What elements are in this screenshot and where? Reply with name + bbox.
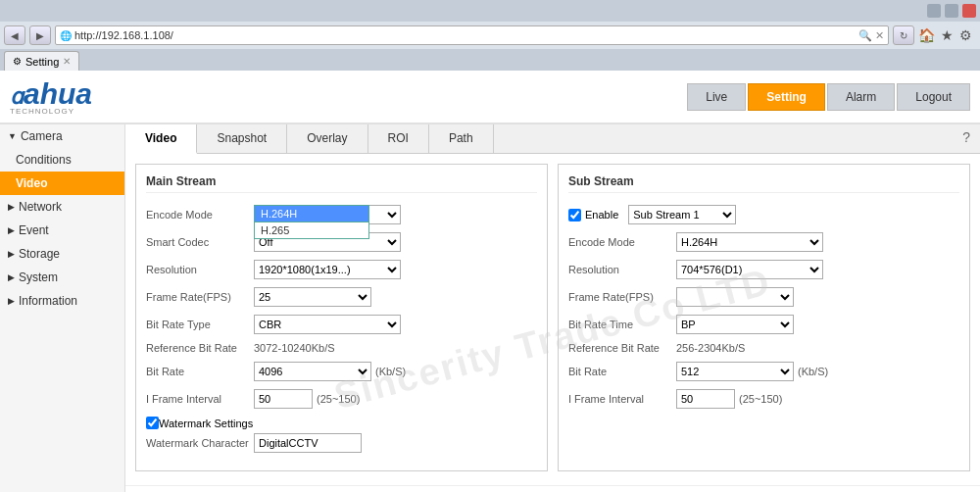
sidebar-header-network[interactable]: ▶ Network (0, 195, 124, 219)
tab-close-icon[interactable]: ✕ (63, 56, 71, 67)
resolution-select[interactable]: 1920*1080(1x19...) (254, 260, 401, 279)
sub-ref-bit-rate-label: Reference Bit Rate (568, 342, 676, 354)
watermark-char-row: Watermark Character (146, 433, 537, 453)
sub-bit-rate-unit: (Kb/S) (798, 366, 828, 377)
sub-ref-bit-rate-value: 256-2304Kb/S (676, 342, 745, 354)
sub-i-frame-label: I Frame Interval (568, 393, 676, 405)
enable-label: Enable (585, 209, 618, 221)
sidebar-label-network: Network (19, 200, 62, 214)
bit-rate-type-control: CBR VBR (254, 315, 537, 334)
sub-resolution-control: 704*576(D1) (676, 260, 959, 279)
sub-encode-mode-control: H.264H (676, 232, 959, 252)
tab-video[interactable]: Video (125, 124, 197, 154)
encode-mode-row: Encode Mode H.264H H.265 H.264H H.265 (146, 205, 537, 224)
nav-logout-btn[interactable]: Logout (897, 83, 970, 111)
i-frame-input[interactable] (254, 389, 313, 409)
forward-btn[interactable]: ▶ (29, 25, 51, 45)
bit-rate-type-label: Bit Rate Type (146, 319, 254, 330)
sidebar-header-camera[interactable]: ▼ Camera (0, 124, 124, 148)
sub-bit-rate-select[interactable]: 512 (676, 362, 794, 381)
address-icon: 🌐 (60, 30, 72, 41)
sub-encode-mode-select[interactable]: H.264H (676, 232, 823, 252)
main-stream-title: Main Stream (146, 174, 537, 193)
resolution-label: Resolution (146, 264, 254, 275)
sidebar-item-conditions[interactable]: Conditions (0, 148, 124, 172)
resolution-control: 1920*1080(1x19...) (254, 260, 537, 279)
browser-icons: 🏠 ★ ⚙ (918, 27, 976, 43)
sub-ref-bit-rate-row: Reference Bit Rate 256-2304Kb/S (568, 342, 959, 354)
sidebar-section-info: ▶ Information (0, 289, 124, 313)
nav-alarm-btn[interactable]: Alarm (827, 83, 895, 111)
sidebar-header-storage[interactable]: ▶ Storage (0, 242, 124, 266)
sidebar-label-info: Information (19, 294, 77, 308)
sub-resolution-row: Resolution 704*576(D1) (568, 260, 959, 279)
ref-bit-rate-row: Reference Bit Rate 3072-10240Kb/S (146, 342, 537, 354)
sub-resolution-select[interactable]: 704*576(D1) (676, 260, 823, 279)
sub-frame-rate-label: Frame Rate(FPS) (568, 291, 676, 303)
sidebar-header-event[interactable]: ▶ Event (0, 219, 124, 242)
sub-bit-rate-label: Bit Rate (568, 366, 676, 377)
browser-tab[interactable]: ⚙ Setting ✕ (4, 51, 79, 71)
sidebar-header-info[interactable]: ▶ Information (0, 289, 124, 313)
bit-rate-unit: (Kb/S) (375, 366, 406, 377)
minimize-btn[interactable] (927, 4, 941, 18)
bit-rate-type-row: Bit Rate Type CBR VBR (146, 315, 537, 334)
bit-rate-type-select[interactable]: CBR VBR (254, 315, 401, 334)
frame-rate-select[interactable]: 25 (254, 287, 371, 307)
watermark-checkbox[interactable] (146, 417, 159, 429)
enable-checkbox[interactable] (568, 209, 581, 221)
sidebar-section-event: ▶ Event (0, 219, 124, 242)
help-icon[interactable]: ? (953, 124, 980, 153)
home-icon[interactable]: 🏠 (918, 27, 935, 43)
tab-path[interactable]: Path (429, 124, 494, 153)
sub-encode-mode-label: Encode Mode (568, 236, 676, 248)
sidebar-label-camera: Camera (21, 129, 63, 143)
sidebar-header-system[interactable]: ▶ System (0, 266, 124, 289)
sub-i-frame-row: I Frame Interval (25~150) (568, 389, 959, 409)
content-area: Video Snapshot Overlay ROI Path ? Sincer… (125, 124, 980, 492)
watermark-settings-row: Watermark Settings (146, 417, 537, 429)
sidebar-item-video[interactable]: Video (0, 172, 124, 195)
sidebar-section-storage: ▶ Storage (0, 242, 124, 266)
search-icon: 🔍 ✕ (858, 29, 884, 42)
sub-bit-rate-time-row: Bit Rate Time BP (568, 315, 959, 334)
bit-rate-select[interactable]: 4096 (254, 362, 371, 381)
app-header: ɑahua TECHNOLOGY Live Setting Alarm Logo… (0, 71, 980, 124)
address-bar[interactable]: 🌐 http://192.168.1.108/ 🔍 ✕ (55, 25, 889, 45)
bit-rate-label: Bit Rate (146, 366, 254, 377)
nav-live-btn[interactable]: Live (687, 83, 746, 111)
refresh-nav-btn[interactable]: ↻ (893, 25, 914, 45)
close-btn[interactable] (962, 4, 976, 18)
dropdown-option-h264h[interactable]: H.264H (254, 205, 369, 222)
panels: Main Stream Encode Mode H.264H H.265 H.2… (125, 154, 980, 481)
sidebar-section-system: ▶ System (0, 266, 124, 289)
watermark-char-input[interactable] (254, 433, 362, 453)
back-btn[interactable]: ◀ (4, 25, 25, 45)
sub-i-frame-input[interactable] (676, 389, 735, 409)
ref-bit-rate-value: 3072-10240Kb/S (254, 342, 335, 354)
encode-mode-control: H.264H H.265 H.264H H.265 (254, 205, 537, 224)
browser-titlebar (0, 0, 980, 22)
frame-rate-control: 25 (254, 287, 537, 307)
sub-bit-rate-time-select[interactable]: BP (676, 315, 794, 334)
star-icon[interactable]: ★ (941, 27, 954, 43)
enable-stream-select[interactable]: Sub Stream 1 (628, 205, 736, 224)
enable-row: Enable Sub Stream 1 (568, 205, 959, 224)
browser-tab-bar: ⚙ Setting ✕ (0, 49, 980, 71)
sub-frame-rate-select[interactable] (676, 287, 794, 307)
content-tabs: Video Snapshot Overlay ROI Path ? (125, 124, 980, 154)
tab-roi[interactable]: ROI (368, 124, 429, 153)
tab-overlay[interactable]: Overlay (287, 124, 368, 153)
logo-area: ɑahua TECHNOLOGY (10, 77, 92, 116)
i-frame-control: (25~150) (254, 389, 360, 409)
settings-icon[interactable]: ⚙ (959, 27, 972, 43)
frame-rate-row: Frame Rate(FPS) 25 (146, 287, 537, 307)
i-frame-range: (25~150) (317, 393, 360, 405)
maximize-btn[interactable] (945, 4, 958, 18)
dropdown-option-h265[interactable]: H.265 (254, 222, 369, 239)
nav-setting-btn[interactable]: Setting (748, 83, 825, 111)
tab-snapshot[interactable]: Snapshot (197, 124, 287, 153)
sidebar-section-camera: ▼ Camera Conditions Video (0, 124, 124, 195)
ref-bit-rate-label: Reference Bit Rate (146, 342, 254, 354)
sub-bit-rate-time-label: Bit Rate Time (568, 319, 676, 330)
